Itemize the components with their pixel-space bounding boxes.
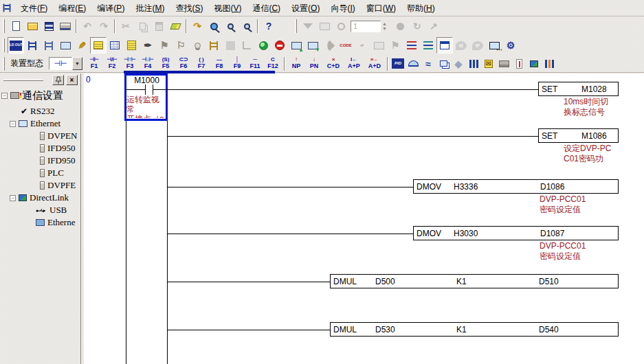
toolbar-grip[interactable] [3, 38, 5, 52]
code-check-button[interactable]: ⇄ [354, 37, 370, 54]
collapse-icon[interactable]: − [10, 121, 16, 127]
monitor-filter-button[interactable] [300, 18, 316, 34]
project-tree-button[interactable] [90, 37, 107, 54]
m-device-button[interactable]: M [453, 37, 469, 54]
toolbar-grip[interactable] [3, 57, 5, 71]
collapse-icon[interactable]: − [1, 93, 8, 99]
gauge-button[interactable] [406, 56, 421, 71]
instruction-box[interactable]: SET M1086 [538, 128, 619, 143]
thermometer-button[interactable] [511, 56, 526, 71]
toolbar-grip[interactable] [3, 19, 5, 33]
sfc-view-button[interactable] [41, 37, 57, 54]
remote-link-button[interactable] [321, 37, 337, 54]
refresh-button[interactable]: ↻ [409, 18, 425, 34]
menu-communication[interactable]: 通信(C) [247, 0, 286, 16]
zoom-level-field[interactable]: 1 [351, 21, 381, 32]
pid-button[interactable]: PID [390, 56, 406, 71]
f11-button[interactable]: ─F11 [246, 56, 264, 72]
tree-node-usb[interactable]: USB [36, 204, 67, 216]
tree-node-comm-settings[interactable]: − 通信设置 [1, 88, 63, 103]
zoom-in-button[interactable] [222, 18, 238, 34]
download-pc-button[interactable]: ▼ [304, 37, 321, 54]
simulator-button[interactable] [255, 37, 271, 54]
f1-contact-button[interactable]: ⊣⊢F1 [85, 56, 103, 72]
f2-contact-button[interactable]: ⊣/⊢F2 [103, 56, 121, 72]
block-button[interactable] [222, 37, 238, 54]
pen-button[interactable]: ✒ [140, 37, 156, 54]
np-button[interactable]: ↑NP [287, 56, 305, 72]
zoom-out-button[interactable] [238, 18, 255, 34]
f4-contact-button[interactable]: ⊣↓⊢F4 [139, 56, 157, 72]
code-convert-button[interactable]: CODE [337, 37, 354, 54]
wave-button[interactable]: ≈ [421, 56, 436, 71]
f3-contact-button[interactable]: ⊣↑⊢F3 [121, 56, 139, 72]
undo-button[interactable]: ↶ [79, 18, 96, 34]
tree-node-dvpfe[interactable]: DVPFE [40, 179, 76, 192]
pin-button[interactable] [52, 75, 64, 85]
tree-node-ifd950-1[interactable]: IFD950 [40, 142, 75, 155]
menu-compile[interactable]: 编译(P) [91, 0, 130, 16]
ladder-editor[interactable]: 0 M1000 运转监视常 开接点（a SET M1028 10ms时间切换标志… [84, 73, 644, 364]
device-monitor-button[interactable] [370, 37, 387, 54]
edit-line-red-button[interactable] [403, 37, 420, 54]
tree-node-ethernet2[interactable]: Etherne [36, 216, 75, 229]
toolbar-grip[interactable] [295, 19, 297, 33]
menu-wizard[interactable]: 向导(I) [325, 0, 360, 16]
edit-mode-button[interactable]: ✎ [74, 37, 90, 54]
options-gear-button[interactable]: ⚙ [502, 37, 519, 54]
mail-button[interactable]: ✉ [481, 56, 496, 71]
instruction-box[interactable]: DMUL D500 K1 D510 [330, 274, 619, 288]
erase-button[interactable] [167, 18, 184, 34]
f9-vline-button[interactable]: │F9 [228, 56, 246, 72]
upload-pc-button[interactable]: ▲ [288, 37, 304, 54]
monitor-edit-button[interactable] [316, 18, 333, 34]
new-file-button[interactable] [8, 18, 24, 34]
cut-button[interactable]: ✂ [118, 18, 134, 34]
redo-button[interactable]: ↷ [96, 18, 112, 34]
window-tile-button[interactable] [436, 37, 453, 54]
device-type-dropdown[interactable]: ⊣⊢ ▼ [49, 57, 82, 70]
menu-file[interactable]: 文件(F) [15, 0, 53, 16]
tree-node-rs232[interactable]: ✔ RS232 [21, 105, 54, 117]
hint-bulb-button[interactable] [189, 37, 206, 54]
ladder-view-button[interactable] [24, 37, 41, 54]
instruction-box[interactable]: DMOV H3030 D1087 [413, 226, 619, 240]
ip-setting-button[interactable]: IP [469, 37, 486, 54]
tree-node-directlink[interactable]: − DirectLink [10, 192, 69, 204]
ap-button[interactable]: I←A+P [344, 56, 364, 72]
save-button[interactable] [41, 18, 57, 34]
close-panel-button[interactable]: × [66, 75, 78, 85]
instruction-list-button[interactable]: LD OUT [8, 37, 24, 54]
comment-flag-button[interactable]: ⚑ [156, 37, 173, 54]
tree-node-ifd950-2[interactable]: IFD950 [40, 155, 75, 167]
ad-button[interactable]: ×←A+D [364, 56, 385, 72]
menu-program[interactable]: 编程(E) [53, 0, 91, 16]
stop-button[interactable] [271, 37, 288, 54]
help-button[interactable]: ? [260, 18, 277, 34]
edit-line-teal-button[interactable] [420, 37, 436, 54]
f6-coil-button[interactable]: ⊂⊃F6 [175, 56, 192, 72]
corner-button[interactable] [238, 37, 255, 54]
paste-button[interactable] [151, 18, 167, 34]
tree-node-ethernet[interactable]: − Ethernet [10, 117, 60, 130]
flag-monitor-button[interactable]: ⚑ [387, 37, 403, 54]
zoom-button[interactable] [206, 18, 222, 34]
draw-line-button[interactable]: ↷ [189, 18, 206, 34]
stop-monitor-button[interactable] [392, 18, 409, 34]
bar-graph-button[interactable] [466, 56, 481, 71]
instruction-box[interactable]: DMUL D530 K1 D540 [330, 322, 619, 337]
menu-options[interactable]: 设置(O) [286, 0, 325, 16]
comment-pad-button[interactable] [123, 37, 140, 54]
panel-drag-handle[interactable] [3, 79, 43, 81]
menu-window[interactable]: 窗口(W) [361, 0, 401, 16]
tree-node-dvpen[interactable]: DVPEN [40, 130, 77, 142]
network-monitor-button[interactable]: ⋯ [486, 37, 502, 54]
print-button[interactable] [57, 18, 74, 34]
device-table-button[interactable] [107, 37, 123, 54]
menu-search[interactable]: 查找(S) [170, 0, 208, 16]
menu-help[interactable]: 帮助(H) [401, 0, 441, 16]
f12-button[interactable]: CF12 [264, 56, 282, 72]
color-marks-button[interactable] [526, 56, 542, 71]
collapse-icon[interactable]: − [10, 195, 16, 201]
goto-button[interactable]: ↗ [425, 18, 442, 34]
